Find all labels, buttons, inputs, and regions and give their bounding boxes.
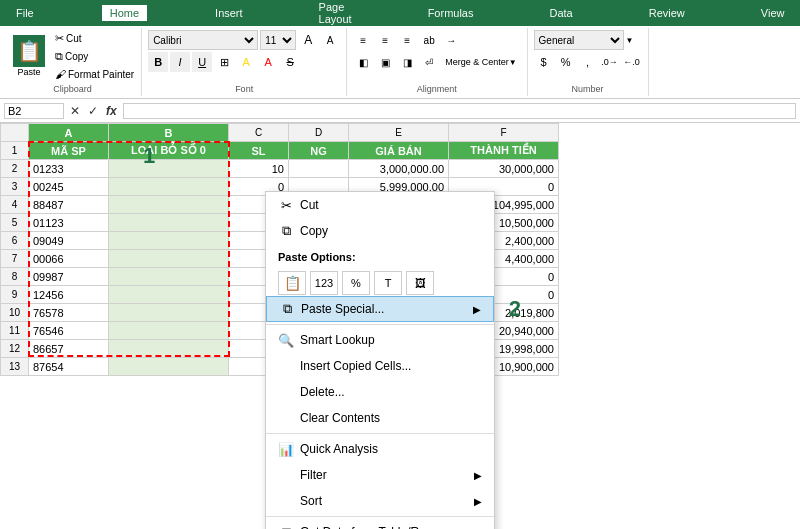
underline-button[interactable]: U	[192, 52, 212, 72]
menu-item-filter[interactable]: Filter ▶	[266, 462, 494, 488]
tab-review[interactable]: Review	[641, 5, 693, 21]
cell-A13[interactable]: 87654	[29, 358, 109, 376]
tab-page-layout[interactable]: Page Layout	[311, 0, 360, 27]
col-header-B[interactable]: B	[109, 124, 229, 142]
col-header-C[interactable]: C	[229, 124, 289, 142]
menu-item-quick-analysis[interactable]: 📊 Quick Analysis	[266, 436, 494, 462]
menu-item-cut[interactable]: ✂ Cut	[266, 192, 494, 218]
font-name-select[interactable]: Calibri	[148, 30, 258, 50]
border-icon[interactable]: ⊞	[214, 52, 234, 72]
merge-dropdown-icon[interactable]: ▼	[509, 58, 517, 67]
name-box[interactable]	[4, 103, 64, 119]
font-shrink-icon[interactable]: A	[320, 30, 340, 50]
bold-button[interactable]: B	[148, 52, 168, 72]
cell-F1[interactable]: THÀNH TIỀN	[449, 142, 559, 160]
strikethrough-icon[interactable]: S	[280, 52, 300, 72]
paste-icon-4[interactable]: T	[374, 271, 402, 295]
align-bottom-icon[interactable]: ≡	[397, 30, 417, 50]
cell-D1[interactable]: NG	[289, 142, 349, 160]
italic-button[interactable]: I	[170, 52, 190, 72]
align-left-icon[interactable]: ◧	[353, 52, 373, 72]
comma-button[interactable]: ,	[578, 52, 598, 72]
cell-B1[interactable]: LOẠI BỎ SỐ 0	[109, 142, 229, 160]
percent-button[interactable]: %	[556, 52, 576, 72]
cut-button[interactable]: ✂ Cut	[52, 30, 137, 47]
increase-decimal-button[interactable]: .0→	[600, 52, 620, 72]
align-right-icon[interactable]: ◨	[397, 52, 417, 72]
cell-B9[interactable]	[109, 286, 229, 304]
menu-item-paste-special[interactable]: ⧉ Paste Special... ▶ 2	[266, 296, 494, 322]
merge-center-button[interactable]: Merge & Center ▼	[441, 55, 520, 69]
cell-A12[interactable]: 86657	[29, 340, 109, 358]
tab-data[interactable]: Data	[541, 5, 580, 21]
paste-button[interactable]: 📋 Paste	[8, 30, 50, 82]
number-format-dropdown-icon[interactable]: ▼	[626, 36, 634, 45]
menu-item-get-data[interactable]: ⊞ Get Data from Table/Range...	[266, 519, 494, 529]
cell-A11[interactable]: 76546	[29, 322, 109, 340]
number-format-select[interactable]: General	[534, 30, 624, 50]
tab-home[interactable]: Home	[102, 5, 147, 21]
cell-B6[interactable]	[109, 232, 229, 250]
menu-item-insert-copied[interactable]: Insert Copied Cells...	[266, 353, 494, 379]
fill-color-icon[interactable]: A	[236, 52, 256, 72]
copy-button[interactable]: ⧉ Copy	[52, 48, 137, 65]
cell-B12[interactable]	[109, 340, 229, 358]
cell-C1[interactable]: SL	[229, 142, 289, 160]
font-color-icon[interactable]: A	[258, 52, 278, 72]
cell-B5[interactable]	[109, 214, 229, 232]
cell-A7[interactable]: 00066	[29, 250, 109, 268]
tab-insert[interactable]: Insert	[207, 5, 251, 21]
cell-A3[interactable]: 00245	[29, 178, 109, 196]
font-grow-icon[interactable]: A	[298, 30, 318, 50]
cell-B11[interactable]	[109, 322, 229, 340]
fx-icon[interactable]: fx	[104, 104, 119, 118]
cell-D2[interactable]	[289, 160, 349, 178]
paste-icon-5[interactable]: 🖼	[406, 271, 434, 295]
align-top-icon[interactable]: ≡	[353, 30, 373, 50]
cell-B13[interactable]	[109, 358, 229, 376]
cell-E1[interactable]: GIÁ BÁN	[349, 142, 449, 160]
cell-E2[interactable]: 3,000,000.00	[349, 160, 449, 178]
menu-item-sort[interactable]: Sort ▶	[266, 488, 494, 514]
col-header-F[interactable]: F	[449, 124, 559, 142]
cell-B7[interactable]	[109, 250, 229, 268]
paste-icon-1[interactable]: 📋	[278, 271, 306, 295]
cell-F2[interactable]: 30,000,000	[449, 160, 559, 178]
menu-item-delete[interactable]: Delete...	[266, 379, 494, 405]
col-header-D[interactable]: D	[289, 124, 349, 142]
cell-A8[interactable]: 09987	[29, 268, 109, 286]
cell-A2[interactable]: 01233	[29, 160, 109, 178]
cell-A6[interactable]: 09049	[29, 232, 109, 250]
tab-file[interactable]: File	[8, 5, 42, 21]
decrease-decimal-button[interactable]: ←.0	[622, 52, 642, 72]
cell-B10[interactable]	[109, 304, 229, 322]
col-header-E[interactable]: E	[349, 124, 449, 142]
format-painter-button[interactable]: 🖌 Format Painter	[52, 66, 137, 82]
confirm-formula-icon[interactable]: ✓	[86, 104, 100, 118]
cell-B4[interactable]	[109, 196, 229, 214]
cell-A9[interactable]: 12456	[29, 286, 109, 304]
cancel-formula-icon[interactable]: ✕	[68, 104, 82, 118]
paste-icon-3[interactable]: %	[342, 271, 370, 295]
indent-icon[interactable]: →	[441, 30, 461, 50]
tab-formulas[interactable]: Formulas	[420, 5, 482, 21]
cell-B2[interactable]	[109, 160, 229, 178]
cell-A10[interactable]: 76578	[29, 304, 109, 322]
paste-icon-2[interactable]: 123	[310, 271, 338, 295]
tab-view[interactable]: View	[753, 5, 793, 21]
wrap-text-icon[interactable]: ⏎	[419, 52, 439, 72]
formula-input[interactable]	[123, 103, 796, 119]
col-header-A[interactable]: A	[29, 124, 109, 142]
cell-A5[interactable]: 01123	[29, 214, 109, 232]
orientation-icon[interactable]: ab	[419, 30, 439, 50]
menu-item-smart-lookup[interactable]: 🔍 Smart Lookup	[266, 327, 494, 353]
cell-B8[interactable]	[109, 268, 229, 286]
align-middle-icon[interactable]: ≡	[375, 30, 395, 50]
cell-C2[interactable]: 10	[229, 160, 289, 178]
cell-B3[interactable]	[109, 178, 229, 196]
menu-item-copy[interactable]: ⧉ Copy	[266, 218, 494, 244]
font-size-select[interactable]: 11	[260, 30, 296, 50]
dollar-button[interactable]: $	[534, 52, 554, 72]
cell-A1[interactable]: MÃ SP	[29, 142, 109, 160]
align-center-icon[interactable]: ▣	[375, 52, 395, 72]
